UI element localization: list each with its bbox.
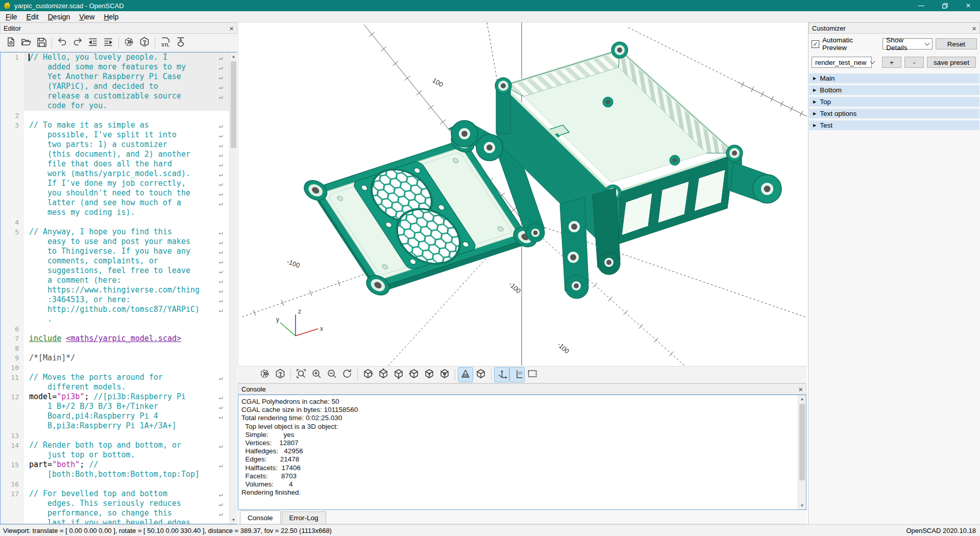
viewport-view-front-button[interactable] [422, 367, 437, 382]
3d-model-top-shell [495, 42, 781, 299]
scroll-up-icon[interactable]: ▲ [230, 53, 237, 60]
viewport-view-right-button[interactable] [360, 367, 376, 382]
reset-view-icon [341, 368, 353, 381]
console-scrollbar-thumb[interactable] [799, 404, 805, 480]
menu-file[interactable]: File [1, 12, 22, 22]
editor-open-folder-button[interactable] [18, 35, 34, 51]
menu-edit[interactable]: Edit [22, 12, 43, 22]
minimize-button[interactable]: — [910, 0, 933, 11]
customizer-section-top[interactable]: ▶Top [809, 97, 979, 107]
print-3d-icon [175, 36, 186, 50]
automatic-preview-checkbox[interactable]: ✓ [812, 40, 819, 48]
triangle-right-icon: ▶ [813, 123, 816, 128]
editor-close-icon[interactable]: × [229, 25, 234, 32]
line-wrap-icon: ↵ [219, 179, 223, 189]
preset-dropdown[interactable]: render_test_new [812, 57, 872, 68]
indent-icon [103, 36, 114, 50]
code-row: If I've done my job correctly,↵ [1, 179, 237, 188]
viewport-view-bottom-button[interactable] [391, 367, 406, 382]
editor-new-file-button[interactable] [3, 35, 18, 51]
customizer-panel-header: Customizer × [808, 22, 980, 34]
view-bottom-icon [393, 368, 404, 381]
reset-button[interactable]: Reset [936, 38, 977, 50]
line-wrap-icon: ↵ [219, 509, 223, 519]
editor-save-button[interactable] [34, 35, 49, 51]
code-row: mess my coding is). [1, 208, 237, 217]
editor-export-stl-button[interactable]: STL [158, 35, 173, 51]
viewport-zoom-in-button[interactable] [309, 367, 324, 382]
maximize-button[interactable] [933, 0, 957, 11]
line-wrap-icon: ↵ [219, 169, 223, 179]
scroll-down-icon[interactable]: ▼ [798, 502, 806, 509]
editor-indent-button[interactable] [101, 35, 116, 51]
customizer-close-icon[interactable]: × [972, 25, 976, 32]
editor-undo-button[interactable] [55, 35, 70, 51]
svg-text:z: z [298, 308, 301, 315]
editor-panel-header: Editor × [0, 22, 237, 34]
console-tab-bar: ConsoleError-Log [238, 510, 806, 524]
line-wrap-icon: ↵ [219, 296, 223, 305]
menu-design[interactable]: Design [43, 12, 75, 22]
viewport-show-scale-markers-button[interactable]: 10 [509, 367, 525, 382]
remove-preset-button[interactable]: - [904, 57, 924, 68]
viewport-preview-button[interactable] [257, 367, 273, 382]
viewport-view-back-button[interactable] [437, 367, 452, 382]
scroll-down-icon[interactable]: ▼ [230, 516, 237, 524]
customizer-section-main[interactable]: ▶Main [809, 74, 979, 83]
tab-error-log[interactable]: Error-Log [282, 511, 326, 524]
code-row: comments, complaints, or↵ [1, 256, 237, 266]
code-row: last if you want bevelled edges. [1, 518, 237, 524]
console-output[interactable]: CGAL Polyhedrons in cache: 50CGAL cache … [238, 395, 806, 510]
viewport-render-button[interactable] [273, 367, 288, 382]
viewport-reset-view-button[interactable] [339, 367, 355, 382]
code-row: . [1, 314, 237, 324]
svg-text:10: 10 [518, 371, 522, 375]
customizer-section-bottom[interactable]: ▶Bottom [809, 85, 979, 95]
toolbar-separator [155, 37, 155, 48]
editor-print-3d-button[interactable] [173, 35, 188, 51]
code-editor[interactable]: 1// Hello, you lovely people. I↵added so… [0, 52, 237, 524]
viewport-view-top-button[interactable] [376, 367, 391, 382]
editor-unindent-button[interactable] [85, 35, 101, 51]
console-line: Top level object is a 3D object: [238, 423, 806, 431]
toolbar-separator [491, 369, 492, 380]
console-scrollbar[interactable]: ▲ ▼ [798, 395, 806, 509]
details-dropdown[interactable]: Show Details [883, 38, 932, 50]
editor-redo-button[interactable] [70, 35, 85, 51]
viewport-view-left-button[interactable] [406, 367, 422, 382]
customizer-section-test[interactable]: ▶Test [809, 120, 979, 130]
viewport-zoom-all-button[interactable] [293, 367, 309, 382]
line-wrap-icon: ↵ [219, 460, 223, 470]
automatic-preview-label: Automatic Preview [822, 36, 877, 52]
menu-view[interactable]: View [75, 12, 99, 22]
viewport-show-axes-button[interactable] [494, 367, 509, 382]
close-button[interactable]: ✕ [957, 0, 980, 11]
title-bar: yarpic_customizer.scad - OpenSCAD — ✕ [0, 0, 980, 11]
add-preset-button[interactable]: + [882, 57, 901, 68]
viewport-perspective-button[interactable] [458, 367, 473, 382]
line-wrap-icon: ↵ [219, 441, 223, 451]
toolbar-separator [118, 37, 119, 48]
line-wrap-icon: ↵ [219, 150, 223, 160]
scroll-up-icon[interactable]: ▲ [798, 395, 806, 403]
view-front-icon [424, 368, 435, 381]
customizer-section-text-options[interactable]: ▶Text options [809, 109, 979, 118]
view-back-icon [439, 368, 450, 381]
editor-preview-button[interactable] [121, 35, 137, 51]
code-row: [both:Both,bottom:Bottom,top:Top] [1, 470, 237, 479]
menu-help[interactable]: Help [99, 12, 123, 22]
tab-console[interactable]: Console [240, 510, 281, 524]
viewport-view-all-button[interactable] [525, 367, 540, 382]
redo-icon [72, 36, 83, 50]
console-close-icon[interactable]: × [798, 385, 803, 393]
viewport-zoom-out-button[interactable] [324, 367, 339, 382]
save-preset-button[interactable]: save preset [927, 57, 976, 68]
toolbar-separator [357, 369, 358, 380]
editor-scrollbar[interactable]: ▲ ▼ [229, 53, 237, 524]
editor-scrollbar-thumb[interactable] [231, 61, 236, 148]
viewport-orthogonal-button[interactable] [473, 367, 488, 382]
3d-viewport[interactable]: 100 100 -100 -100 -100 [238, 22, 807, 366]
code-row: 4 [1, 217, 237, 227]
editor-render-button[interactable] [137, 35, 152, 51]
unindent-icon [87, 36, 99, 50]
